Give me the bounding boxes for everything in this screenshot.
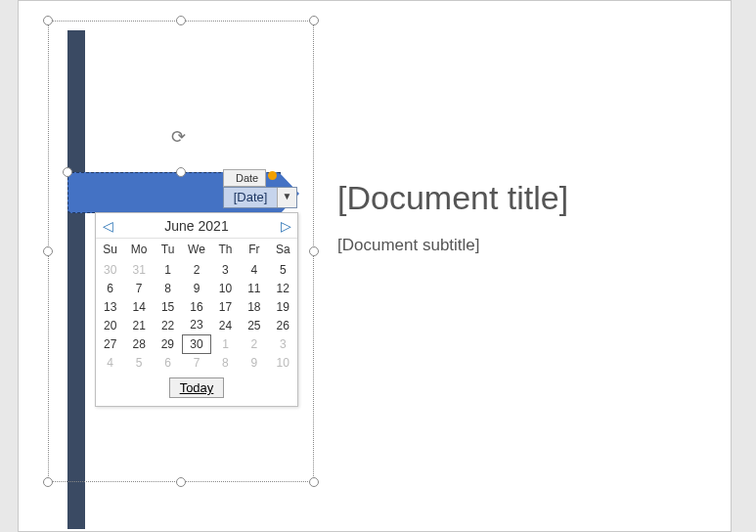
selection-handle[interactable] <box>309 16 319 25</box>
calendar-day-cell[interactable]: 21 <box>124 316 153 334</box>
content-control-tag: Date <box>223 169 266 187</box>
calendar-day-cell[interactable]: 6 <box>96 279 124 297</box>
calendar-day-cell[interactable]: 7 <box>182 353 210 372</box>
calendar-day-header: Tu <box>154 239 182 260</box>
calendar-day-cell[interactable]: 4 <box>96 353 124 372</box>
calendar-day-cell[interactable]: 9 <box>182 279 210 297</box>
calendar-day-cell[interactable]: 29 <box>154 334 182 353</box>
document-title-placeholder[interactable]: [Document title] <box>337 179 568 217</box>
calendar-day-cell[interactable]: 30 <box>96 260 124 279</box>
calendar-day-cell[interactable]: 14 <box>124 297 153 316</box>
calendar-day-cell[interactable]: 7 <box>124 279 153 297</box>
calendar-day-header: Mo <box>124 239 153 260</box>
selection-handle[interactable] <box>43 16 53 25</box>
calendar-day-cell[interactable]: 8 <box>211 353 240 372</box>
calendar-day-header: Su <box>96 239 124 260</box>
calendar-day-cell[interactable]: 9 <box>240 353 268 372</box>
calendar-day-cell[interactable]: 2 <box>182 260 210 279</box>
calendar-day-cell[interactable]: 15 <box>154 297 182 316</box>
calendar-day-cell[interactable]: 10 <box>211 279 240 297</box>
calendar-day-header: Fr <box>240 239 268 260</box>
content-control-tag-label: Date <box>236 172 258 184</box>
selection-handle[interactable] <box>176 477 186 487</box>
date-picker-popup: ◁ June 2021 ▷ SuMoTuWeThFrSa 30311234567… <box>95 212 298 407</box>
calendar-day-cell[interactable]: 27 <box>96 334 124 353</box>
calendar-day-cell[interactable]: 4 <box>240 260 268 279</box>
calendar-day-cell[interactable]: 1 <box>211 334 240 353</box>
calendar-day-cell[interactable]: 18 <box>240 297 268 316</box>
calendar-header: ◁ June 2021 ▷ <box>96 213 297 239</box>
calendar-grid: SuMoTuWeThFrSa 3031123456789101112131415… <box>96 239 297 372</box>
date-field-value[interactable]: [Date] <box>224 188 277 207</box>
selection-handle[interactable] <box>176 167 186 177</box>
calendar-day-cell[interactable]: 8 <box>154 279 182 297</box>
selection-handle[interactable] <box>43 246 53 256</box>
calendar-day-cell[interactable]: 23 <box>182 316 210 334</box>
calendar-day-header: Th <box>211 239 240 260</box>
calendar-day-cell[interactable]: 26 <box>269 316 297 334</box>
calendar-day-cell[interactable]: 24 <box>211 316 240 334</box>
selection-handle[interactable] <box>309 246 319 256</box>
calendar-day-cell[interactable]: 22 <box>154 316 182 334</box>
document-page: ⟳ Date [Date] ▼ ◁ June 2021 ▷ SuMoTuWeTh… <box>18 0 732 532</box>
document-subtitle-placeholder[interactable]: [Document subtitle] <box>337 236 480 255</box>
date-field[interactable]: [Date] ▼ <box>223 187 297 208</box>
calendar-day-cell[interactable]: 11 <box>240 279 268 297</box>
calendar-prev-month-icon[interactable]: ◁ <box>100 218 115 234</box>
calendar-today-button[interactable]: Today <box>169 377 225 398</box>
rotation-handle-icon[interactable]: ⟳ <box>171 126 186 148</box>
calendar-day-cell[interactable]: 2 <box>240 334 268 353</box>
calendar-day-cell[interactable]: 28 <box>124 334 153 353</box>
calendar-day-cell[interactable]: 19 <box>269 297 297 316</box>
selection-handle[interactable] <box>176 16 186 25</box>
calendar-day-cell[interactable]: 5 <box>269 260 297 279</box>
calendar-day-cell[interactable]: 17 <box>211 297 240 316</box>
selection-handle[interactable] <box>309 477 319 487</box>
calendar-day-cell[interactable]: 12 <box>269 279 297 297</box>
calendar-day-cell[interactable]: 10 <box>269 353 297 372</box>
calendar-month-label: June 2021 <box>164 218 228 234</box>
calendar-day-cell[interactable]: 5 <box>124 353 153 372</box>
calendar-day-cell[interactable]: 31 <box>124 260 153 279</box>
content-control-accent-dot <box>268 171 277 180</box>
calendar-day-cell[interactable]: 25 <box>240 316 268 334</box>
calendar-day-cell[interactable]: 3 <box>269 334 297 353</box>
calendar-day-cell[interactable]: 3 <box>211 260 240 279</box>
calendar-day-cell[interactable]: 1 <box>154 260 182 279</box>
calendar-day-cell[interactable]: 20 <box>96 316 124 334</box>
calendar-day-header: Sa <box>269 239 297 260</box>
calendar-next-month-icon[interactable]: ▷ <box>278 218 293 234</box>
calendar-day-cell[interactable]: 30 <box>182 334 210 353</box>
cover-stripe <box>67 30 85 529</box>
calendar-day-cell[interactable]: 16 <box>182 297 210 316</box>
date-dropdown-button[interactable]: ▼ <box>277 188 296 207</box>
calendar-day-cell[interactable]: 6 <box>154 353 182 372</box>
selection-handle[interactable] <box>63 167 72 177</box>
selection-handle[interactable] <box>43 477 53 487</box>
calendar-day-header: We <box>182 239 210 260</box>
calendar-day-cell[interactable]: 13 <box>96 297 124 316</box>
